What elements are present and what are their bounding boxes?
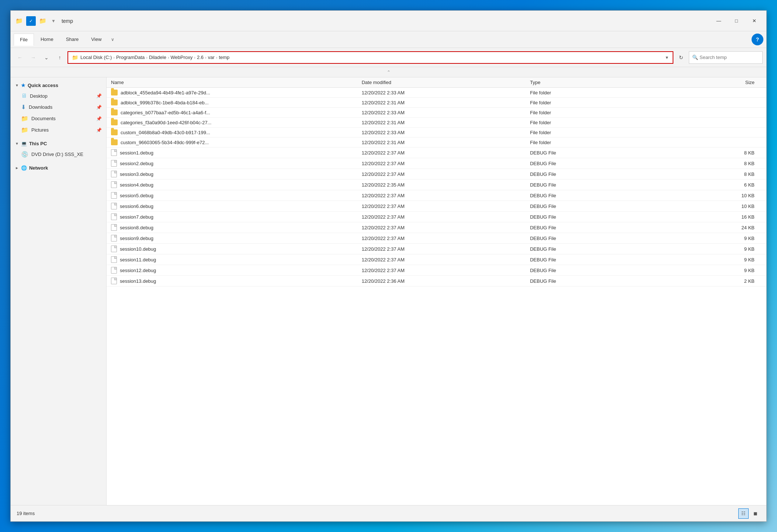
debug-file-row[interactable]: session10.debug 12/20/2022 2:37 AM DEBUG…: [107, 244, 766, 254]
sidebar-item-desktop[interactable]: 🖥 Desktop 📌: [11, 90, 106, 101]
search-input[interactable]: [700, 55, 762, 60]
folder-icon-sm: [111, 139, 118, 145]
sidebar-quickaccess-header[interactable]: ▼ ★ Quick access: [11, 80, 106, 90]
cell-file-name: session13.debug: [111, 278, 362, 284]
path-part-programdata[interactable]: ProgramData: [116, 55, 145, 60]
file-icon-sm: [111, 149, 117, 156]
quickaccess-star-icon: ★: [21, 83, 25, 88]
sort-collapse-bar: ⌃: [11, 67, 766, 77]
folder-icon-sm: [111, 90, 118, 95]
file-icon-sm: [111, 224, 117, 231]
cell-file-name: session9.debug: [111, 235, 362, 241]
file-pane: Name Date modified Type Size adblock_455…: [107, 77, 766, 505]
folder-icon-sm: [111, 119, 118, 125]
cell-file-type: DEBUG File: [530, 204, 665, 209]
debug-file-row[interactable]: session9.debug 12/20/2022 2:37 AM DEBUG …: [107, 233, 766, 244]
debug-file-row[interactable]: session1.debug 12/20/2022 2:37 AM DEBUG …: [107, 147, 766, 158]
cell-file-date: 12/20/2022 2:36 AM: [362, 278, 530, 284]
col-header-type[interactable]: Type: [530, 80, 665, 85]
folder-row[interactable]: categories_f3a0a90d-1eed-426f-b04c-27...…: [107, 118, 766, 128]
cell-file-size: 8 KB: [665, 171, 762, 177]
up-button[interactable]: ↑: [54, 52, 65, 63]
sidebar-item-dvd[interactable]: 💿 DVD Drive (D:) SSS_XE: [11, 149, 106, 160]
cell-folder-name: categories_f3a0a90d-1eed-426f-b04c-27...: [111, 119, 362, 125]
folder-row[interactable]: custom_0468b8a0-49db-43c0-b917-199... 12…: [107, 128, 766, 138]
window-title: temp: [62, 18, 710, 24]
debug-file-row[interactable]: session6.debug 12/20/2022 2:37 AM DEBUG …: [107, 201, 766, 212]
path-part-temp[interactable]: temp: [219, 55, 229, 60]
folder-row[interactable]: categories_b077baa7-ed5b-46c1-a4a6-f... …: [107, 108, 766, 118]
debug-file-row[interactable]: session3.debug 12/20/2022 2:37 AM DEBUG …: [107, 169, 766, 180]
tab-home[interactable]: Home: [35, 34, 59, 46]
debug-file-row[interactable]: session7.debug 12/20/2022 2:37 AM DEBUG …: [107, 212, 766, 222]
help-button[interactable]: ?: [752, 34, 763, 45]
address-dropdown-icon[interactable]: ▼: [665, 55, 669, 60]
debug-file-row[interactable]: session2.debug 12/20/2022 2:37 AM DEBUG …: [107, 158, 766, 169]
path-part-c[interactable]: Local Disk (C:): [80, 55, 112, 60]
folder-row[interactable]: adblock_999b378c-1be8-4bda-b184-eb... 12…: [107, 98, 766, 108]
tab-view[interactable]: View: [85, 34, 107, 46]
forward-button[interactable]: →: [28, 52, 39, 63]
cell-file-size: 9 KB: [665, 257, 762, 262]
sidebar-network-header[interactable]: ► 🌐 Network: [11, 163, 106, 173]
tab-share[interactable]: Share: [60, 34, 85, 46]
path-part-webproxy[interactable]: WebProxy: [171, 55, 193, 60]
sidebar-item-downloads[interactable]: ⬇ Downloads 📌: [11, 101, 106, 113]
col-header-size[interactable]: Size: [665, 80, 762, 85]
file-header: Name Date modified Type Size: [107, 77, 766, 88]
cell-folder-type: File folder: [530, 100, 665, 105]
cell-file-type: DEBUG File: [530, 257, 665, 262]
cell-file-type: DEBUG File: [530, 171, 665, 177]
debug-file-row[interactable]: session11.debug 12/20/2022 2:37 AM DEBUG…: [107, 254, 766, 265]
refresh-button[interactable]: ↻: [676, 52, 687, 63]
maximize-button[interactable]: □: [728, 15, 745, 27]
cell-file-date: 12/20/2022 2:37 AM: [362, 225, 530, 230]
col-header-date[interactable]: Date modified: [362, 80, 530, 85]
dropdown-arrow-button[interactable]: ⌄: [41, 52, 52, 63]
debug-file-row[interactable]: session13.debug 12/20/2022 2:36 AM DEBUG…: [107, 276, 766, 286]
ribbon-collapse-chevron[interactable]: ∨: [111, 37, 114, 42]
thispc-label: This PC: [29, 141, 47, 146]
debug-file-row[interactable]: session4.debug 12/20/2022 2:35 AM DEBUG …: [107, 180, 766, 190]
details-view-button[interactable]: ☷: [738, 508, 749, 519]
cell-file-name: session11.debug: [111, 256, 362, 263]
sidebar: ▼ ★ Quick access 🖥 Desktop 📌 ⬇ Downloads…: [11, 77, 107, 505]
close-button[interactable]: ✕: [746, 15, 763, 27]
cell-folder-type: File folder: [530, 120, 665, 125]
cell-file-size: 9 KB: [665, 236, 762, 241]
title-dropdown-arrow[interactable]: ▼: [51, 18, 56, 24]
network-chevron: ►: [15, 166, 19, 170]
cell-file-type: DEBUG File: [530, 182, 665, 188]
cell-file-size: 16 KB: [665, 214, 762, 220]
folder-row[interactable]: custom_96603065-5b34-49dc-999f-e72... 12…: [107, 138, 766, 147]
minimize-button[interactable]: —: [710, 15, 727, 27]
sidebar-thispc-header[interactable]: ▼ 💻 This PC: [11, 139, 106, 149]
cell-file-size: 9 KB: [665, 268, 762, 273]
cell-folder-type: File folder: [530, 140, 665, 145]
large-icons-view-button[interactable]: ◼: [750, 508, 760, 519]
sidebar-item-documents[interactable]: 📁 Documents 📌: [11, 113, 106, 124]
col-header-name[interactable]: Name: [111, 80, 362, 85]
path-part-var[interactable]: var: [208, 55, 215, 60]
tab-file[interactable]: File: [14, 34, 34, 46]
cell-folder-name: custom_0468b8a0-49db-43c0-b917-199...: [111, 129, 362, 135]
path-part-26[interactable]: 2.6: [197, 55, 204, 60]
cell-file-type: DEBUG File: [530, 150, 665, 156]
debug-file-row[interactable]: session12.debug 12/20/2022 2:37 AM DEBUG…: [107, 265, 766, 276]
statusbar: 19 items ☷ ◼: [11, 505, 766, 521]
folder-icon-sm: [111, 100, 118, 105]
cell-folder-date: 12/20/2022 2:33 AM: [362, 130, 530, 135]
sort-arrow-icon[interactable]: ⌃: [387, 70, 391, 75]
debug-file-row[interactable]: session8.debug 12/20/2022 2:37 AM DEBUG …: [107, 222, 766, 233]
status-item-count: 19 items: [17, 511, 738, 516]
address-box[interactable]: 📁 Local Disk (C:) › ProgramData › Dilade…: [67, 51, 673, 64]
search-box[interactable]: 🔍: [689, 51, 763, 64]
folder-rows: adblock_455eda94-4b49-4fe1-a97e-29d... 1…: [107, 88, 766, 147]
path-part-diladele[interactable]: Diladele: [149, 55, 166, 60]
window-controls: — □ ✕: [710, 15, 763, 27]
folder-row[interactable]: adblock_455eda94-4b49-4fe1-a97e-29d... 1…: [107, 88, 766, 98]
back-button[interactable]: ←: [14, 52, 25, 63]
file-icon-sm: [111, 192, 117, 199]
debug-file-row[interactable]: session5.debug 12/20/2022 2:37 AM DEBUG …: [107, 190, 766, 201]
sidebar-item-pictures[interactable]: 📁 Pictures 📌: [11, 124, 106, 136]
